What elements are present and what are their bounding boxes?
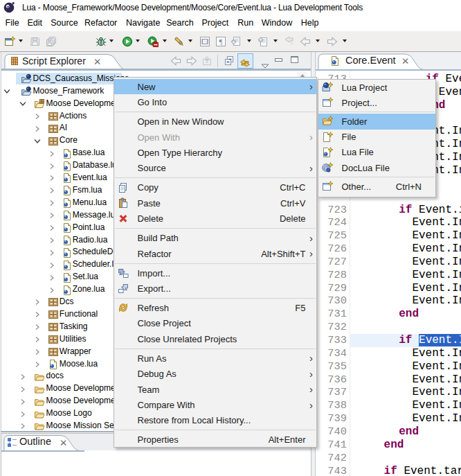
svg-text:¶: ¶ — [219, 37, 223, 46]
